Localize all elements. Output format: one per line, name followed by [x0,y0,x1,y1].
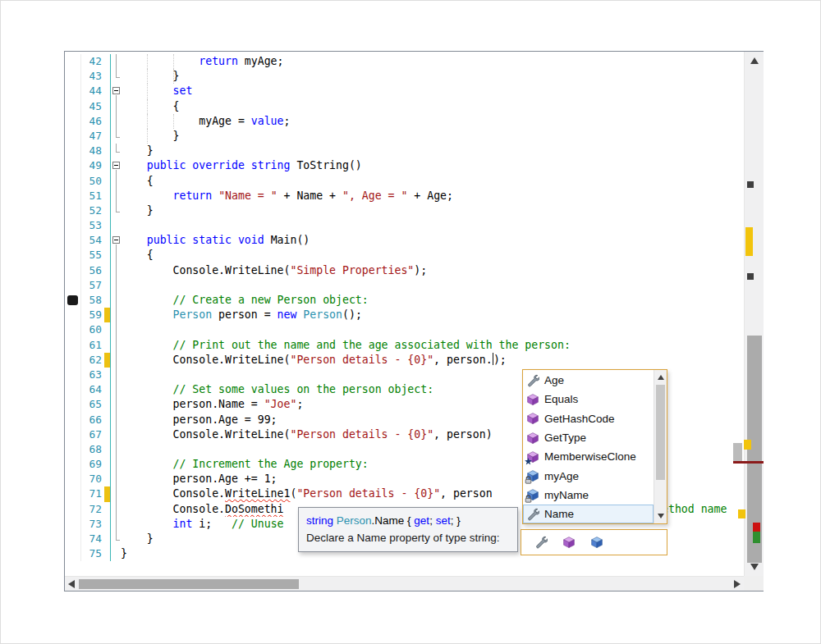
code-text[interactable]: } [121,203,744,218]
indicator-margin[interactable] [65,263,81,278]
indicator-margin[interactable] [65,218,81,233]
code-line[interactable]: 52 } [65,203,744,218]
vertical-scrollbar[interactable] [744,52,764,576]
completion-item-gettype[interactable]: GetType [523,428,654,447]
indicator-margin[interactable] [65,532,81,546]
popup-scroll-up-icon[interactable] [658,375,664,380]
indicator-margin[interactable] [65,338,81,353]
code-line[interactable]: 47 } [65,129,744,144]
code-line[interactable]: 42 return myAge; [65,54,744,69]
indicator-margin[interactable] [65,308,81,322]
code-line[interactable]: 54 public static void Main() [65,233,744,248]
scroll-left-arrow-icon[interactable] [68,580,75,588]
code-line[interactable]: 50 { [65,174,744,189]
code-text[interactable] [121,278,744,293]
code-line[interactable]: 44 set [65,84,744,98]
code-line[interactable]: 43 } [65,69,744,84]
code-text[interactable]: // Create a new Person object: [121,293,744,308]
indicator-margin[interactable] [65,486,81,501]
completion-item-equals[interactable]: Equals [523,390,654,409]
indicator-margin[interactable] [65,54,81,69]
code-text[interactable]: public override string ToString() [121,158,744,173]
popup-scrollbar[interactable] [654,370,667,523]
indicator-margin[interactable] [65,472,81,486]
completion-item-name[interactable]: Name [523,505,654,523]
code-line[interactable]: 51 return "Name = " + Name + ", Age = " … [65,189,744,203]
indicator-margin[interactable] [65,233,81,248]
code-line[interactable]: 58 // Create a new Person object: [65,293,744,308]
code-line[interactable]: 62 Console.WriteLine("Person details - {… [65,353,744,368]
indicator-margin[interactable] [65,69,81,84]
code-line[interactable]: 55 { [65,248,744,263]
code-line[interactable]: 57 [65,278,744,293]
indicator-margin[interactable] [65,442,81,457]
indicator-margin[interactable] [65,413,81,427]
indicator-margin[interactable] [65,322,81,337]
code-line[interactable]: 61 // Print out the name and the age ass… [65,338,744,353]
method-icon[interactable] [562,536,576,549]
code-text[interactable]: { [121,174,744,189]
field-icon[interactable] [590,536,603,549]
code-text[interactable] [121,322,744,337]
code-text[interactable]: { [121,248,744,263]
code-text[interactable]: // Print out the name and the age associ… [121,338,744,353]
indicator-margin[interactable] [65,546,81,561]
horizontal-scroll-thumb[interactable] [79,579,299,589]
indicator-margin[interactable] [65,203,81,218]
indicator-margin[interactable] [65,397,81,412]
vertical-scroll-thumb[interactable] [747,336,762,563]
completion-item-gethashcode[interactable]: GetHashCode [523,409,654,428]
indicator-margin[interactable] [65,278,81,293]
code-text[interactable]: return myAge; [121,54,744,69]
indicator-margin[interactable] [65,114,81,129]
code-text[interactable]: public static void Main() [121,233,744,248]
indicator-margin[interactable] [65,368,81,382]
code-line[interactable]: 53 [65,218,744,233]
scroll-up-arrow-icon[interactable] [750,57,759,64]
scroll-right-arrow-icon[interactable] [734,580,741,588]
code-line[interactable]: 60 [65,322,744,337]
code-line[interactable]: 59 Person person = new Person(); [65,308,744,322]
indicator-margin[interactable] [65,248,81,263]
code-text[interactable] [121,218,744,233]
indicator-margin[interactable] [65,427,81,442]
indicator-margin[interactable] [65,174,81,189]
indicator-margin[interactable] [65,353,81,368]
fold-collapse-toggle[interactable] [112,162,120,169]
code-text[interactable]: return "Name = " + Name + ", Age = " + A… [121,189,744,203]
code-text[interactable]: } [121,69,744,84]
code-text[interactable]: Person person = new Person(); [121,308,744,322]
scroll-down-arrow-icon[interactable] [750,564,759,570]
code-text[interactable]: { [121,99,744,114]
indicator-margin[interactable] [65,502,81,517]
popup-scroll-down-icon[interactable] [658,514,664,518]
code-text[interactable]: } [121,144,744,158]
property-icon[interactable] [534,536,548,549]
completion-item-age[interactable]: Age [523,371,654,390]
indicator-margin[interactable] [65,189,81,203]
completion-item-myage[interactable]: myAge [523,466,654,485]
indicator-margin[interactable] [65,99,81,114]
indicator-margin[interactable] [65,158,81,173]
code-text[interactable]: myAge = value; [121,114,744,129]
indicator-margin[interactable] [65,293,81,308]
code-text[interactable]: Console.WriteLine("Person details - {0}"… [121,353,744,368]
code-line[interactable]: 45 { [65,99,744,114]
indicator-margin[interactable] [65,382,81,397]
indicator-margin[interactable] [65,457,81,472]
indicator-margin[interactable] [65,84,81,98]
code-text[interactable]: set [121,84,744,98]
fold-collapse-toggle[interactable] [112,87,120,94]
popup-scroll-thumb[interactable] [656,385,665,480]
code-line[interactable]: 48 } [65,144,744,158]
indicator-margin[interactable] [65,144,81,158]
fold-collapse-toggle[interactable] [112,236,120,244]
code-line[interactable]: 49 public override string ToString() [65,158,744,173]
completion-item-memberwiseclone[interactable]: MemberwiseClone [523,447,654,466]
indicator-margin[interactable] [65,517,81,532]
completion-item-myname[interactable]: myName [523,486,654,505]
code-text[interactable]: } [121,129,744,144]
code-text[interactable]: Console.WriteLine("Simple Properties"); [121,263,744,278]
indicator-margin[interactable] [65,129,81,144]
horizontal-scrollbar[interactable] [65,576,744,591]
